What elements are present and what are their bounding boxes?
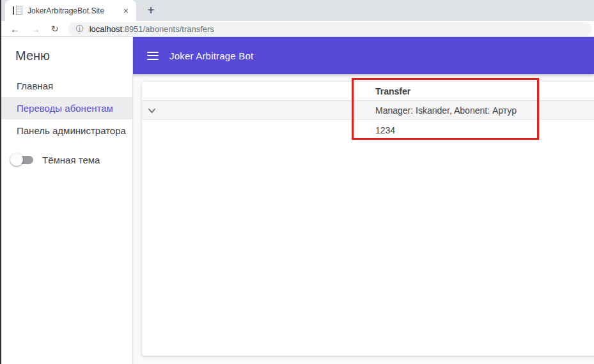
row-summary: Manager: Iskander, Abonent: Артур	[375, 105, 517, 116]
chevron-down-icon[interactable]	[147, 106, 157, 116]
table-row[interactable]: Manager: Iskander, Abonent: Артур	[142, 101, 594, 120]
table-header-row: Transfer	[142, 82, 594, 101]
page-info-icon[interactable]: ⓘ	[76, 24, 84, 34]
site-favicon-icon	[13, 6, 22, 16]
sidebar-item-transfers[interactable]: Переводы абонентам	[0, 97, 132, 119]
row-detail-value: 1234	[375, 125, 395, 135]
sidebar-drawer: Меню Главная Переводы абонентам Панель а…	[0, 37, 133, 364]
browser-tab[interactable]: JokerArbitrageBot.Site ×	[5, 0, 136, 21]
row-expanded-detail: 1234	[142, 120, 594, 140]
sidebar-title: Меню	[0, 37, 132, 63]
sidebar-item-home[interactable]: Главная	[0, 75, 132, 97]
new-tab-button[interactable]: +	[143, 3, 159, 19]
switch-thumb[interactable]	[10, 153, 23, 166]
browser-tab-strip: JokerArbitrageBot.Site × +	[0, 0, 594, 21]
forward-icon: →	[31, 24, 40, 34]
transfers-table-card: Transfer Manager: Iskander, Abonent: Арт…	[142, 82, 594, 356]
dark-theme-toggle-row: Тёмная тема	[0, 151, 132, 168]
back-icon[interactable]: ←	[10, 24, 20, 34]
url-host: localhost	[90, 24, 122, 34]
address-bar[interactable]: ⓘ localhost:8951/abonents/transfers	[68, 22, 591, 36]
sidebar-menu: Главная Переводы абонентам Панель админи…	[0, 75, 132, 142]
dark-theme-switch[interactable]	[10, 151, 35, 168]
dark-theme-label: Тёмная тема	[42, 155, 100, 165]
browser-toolbar: ← → ↻ ⓘ localhost:8951/abonents/transfer…	[0, 21, 594, 36]
column-header-transfer: Transfer	[375, 86, 410, 96]
menu-hamburger-icon[interactable]	[147, 52, 159, 60]
close-tab-icon[interactable]: ×	[122, 6, 130, 16]
url-path: :8951/abonents/transfers	[122, 24, 214, 34]
window-left-edge	[0, 0, 1, 364]
reload-icon[interactable]: ↻	[51, 24, 59, 33]
sidebar-item-admin-panel[interactable]: Панель администратора	[0, 119, 132, 142]
main-area: Joker Arbitrage Bot Transfer Manager: Is…	[133, 37, 594, 364]
app-title: Joker Arbitrage Bot	[169, 50, 253, 61]
url-text[interactable]: localhost:8951/abonents/transfers	[90, 24, 214, 34]
app-bar: Joker Arbitrage Bot	[133, 37, 594, 74]
tab-title: JokerArbitrageBot.Site	[27, 6, 122, 15]
page-content: Меню Главная Переводы абонентам Панель а…	[0, 37, 594, 364]
